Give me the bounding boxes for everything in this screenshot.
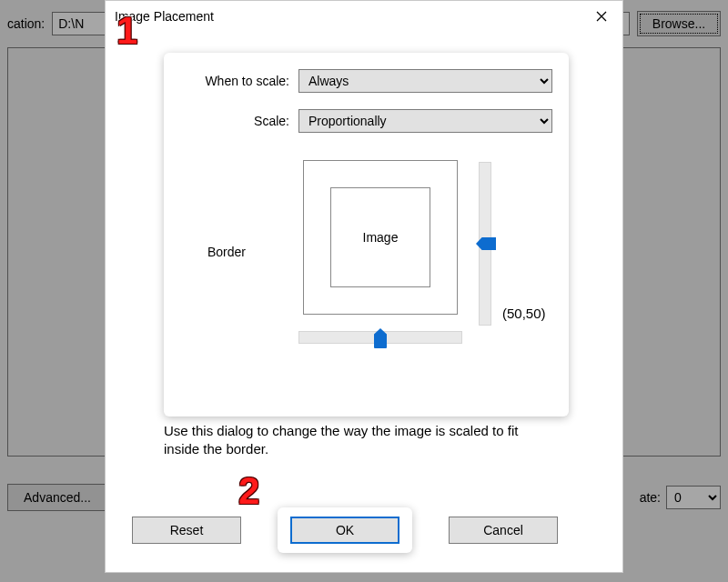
preview-and-vslider: Image (50,50) [298, 160, 546, 344]
coordinates-readout: (50,50) [502, 306, 546, 321]
image-preview: Image [330, 187, 430, 287]
border-preview: Image [303, 160, 458, 315]
ok-button[interactable]: OK [290, 517, 399, 544]
vertical-slider-thumb[interactable] [476, 237, 496, 250]
scale-label: Scale: [180, 114, 298, 128]
scale-row: Scale: Proportionally [180, 109, 552, 133]
when-to-scale-label: When to scale: [180, 74, 298, 88]
vertical-slider-column [462, 160, 491, 326]
ok-highlight: OK [278, 507, 412, 553]
border-label: Border [180, 245, 298, 259]
cancel-button[interactable]: Cancel [449, 517, 558, 544]
close-button[interactable] [586, 4, 617, 29]
horizontal-slider[interactable] [298, 331, 462, 344]
help-text: Use this dialog to change the way the im… [164, 422, 555, 459]
vertical-slider[interactable] [479, 162, 491, 326]
scale-select[interactable]: Proportionally [298, 109, 552, 133]
image-label: Image [363, 230, 399, 245]
horizontal-slider-track [298, 331, 462, 344]
dialog-title: Image Placement [115, 9, 214, 24]
reset-button[interactable]: Reset [132, 517, 241, 544]
when-to-scale-select[interactable]: Always [298, 69, 552, 93]
when-to-scale-row: When to scale: Always [180, 69, 552, 93]
border-area: Border Image (50,50) [180, 160, 552, 344]
settings-panel: When to scale: Always Scale: Proportiona… [164, 53, 569, 416]
horizontal-slider-thumb[interactable] [374, 328, 387, 348]
close-icon [596, 11, 607, 22]
dialog-button-row: Reset OK Cancel [132, 507, 605, 553]
dialog-titlebar: Image Placement [106, 1, 622, 32]
preview-column: Image [298, 160, 462, 344]
